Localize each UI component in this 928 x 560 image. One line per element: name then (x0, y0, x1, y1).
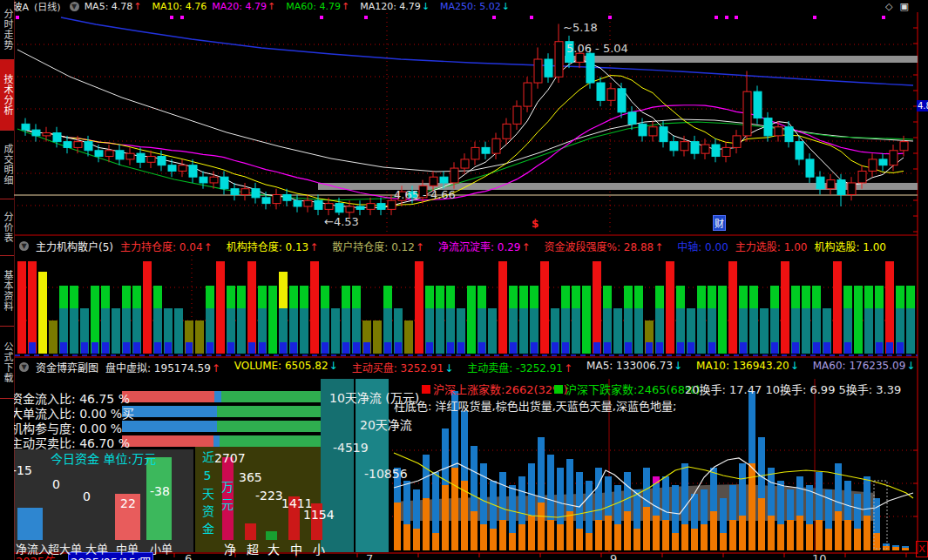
sidebar-item-1[interactable]: 技术分析 (0, 60, 14, 131)
indicator-name: 资金博弈副图 (36, 360, 98, 374)
axis-month-label: 9 (610, 552, 617, 560)
left-sidebar: 分时走势技术分析成交明细分价表基本资料公式下载 (0, 0, 14, 560)
fiveday-category: 小 (313, 540, 325, 557)
today-category: 净流入 (16, 540, 50, 557)
today-value: -15 (12, 463, 32, 477)
advancers-legend: 沪深上涨家数:2662(32%) (422, 381, 568, 397)
five-day-title: 近5天资金 (199, 451, 216, 540)
sidebar-item-2[interactable]: 成交明细 (0, 131, 14, 199)
sidebar-item-4[interactable]: 基本资料 (0, 256, 14, 327)
sidebar-item-3[interactable]: 分价表 (0, 199, 14, 256)
holder-indicator-header: ▼ 主力机构散户(5) 主力持仓度: 0.04↑机构持仓度: 0.13↑散户持仓… (16, 239, 900, 253)
indicator-field: MA60: 176235.09↓ (813, 360, 923, 374)
collapse-chevron-icon[interactable]: ▼ (19, 362, 29, 372)
price-annotation: ←4.53 (324, 215, 359, 228)
fund-battle-header: ▼ 资金博弈副图 盘中虚拟: 195174.59↑VOLUME: 6505.82… (16, 360, 928, 374)
indicator-field: 机构选股: 1.00 (814, 239, 886, 253)
today-category: 中单 (116, 540, 139, 557)
diamond-icon[interactable]: ◇ (885, 1, 892, 12)
indicator-field: MA10: 136943.20↓ (696, 360, 806, 374)
indicator-field: 主力选股: 1.00 (735, 239, 808, 253)
charts-canvas (0, 0, 928, 560)
today-value: 22 (120, 496, 136, 510)
fiveday-category: 大 (268, 540, 280, 557)
today-category: 小单 (150, 540, 173, 557)
decliners-legend: 沪深下跌家数:2465(68%) (554, 381, 701, 397)
axis-month-label: 7 (366, 552, 373, 560)
price-annotation: 5.06 - 5.04 (566, 42, 628, 55)
fiveday-value: 365 (239, 470, 262, 484)
net-flow-20d-value: -10856 (364, 467, 408, 481)
five-day-unit: 万元 (218, 481, 235, 516)
today-category: 大单 (85, 540, 108, 557)
fiveday-value: 2707 (214, 451, 246, 465)
indicator-field: 机构持仓度: 0.13↑ (227, 239, 326, 253)
price-tag: 4.8 (917, 100, 928, 111)
fiveday-category: 中 (290, 540, 302, 557)
fund-stat-bar (122, 435, 321, 447)
sidebar-item-5[interactable]: 公式下载 (0, 327, 14, 399)
collapse-chevron-icon[interactable]: ▼ (19, 241, 29, 251)
green-square-icon (554, 385, 563, 394)
panel-layout-icon[interactable]: ▣ (899, 1, 908, 12)
today-category: 超大单 (48, 540, 82, 557)
indicator-field: MA5: 133006.73↓ (586, 360, 689, 374)
indicator-field: 中轴: 0.00 (677, 239, 728, 253)
indicator-field: 净流沉淀率: 0.29↑ (438, 239, 538, 253)
fiveday-category: 超 (247, 540, 259, 557)
fiveday-value: 1154 (303, 508, 335, 522)
axis-month-label: 10 (812, 552, 827, 560)
fund-stat-label: 主动买卖比: 46.70 % (10, 434, 130, 451)
net-flow-10d-value: -4519 (333, 441, 369, 455)
indicator-name: 主力机构散户(5) (36, 239, 113, 253)
axis-month-label: 6 (185, 552, 192, 560)
indicator-field: 主力持仓度: 0.04↑ (120, 239, 220, 253)
indicator-field: 散户持仓度: 0.12↑ (332, 239, 431, 253)
cai-badge: 财 (713, 215, 726, 231)
fiveday-value: -223 (255, 489, 283, 503)
net-flow-20d-label: 20天净流 (360, 415, 412, 433)
price-annotation: ~5.18 (563, 21, 598, 34)
indicator-field: 盘中虚拟: 195174.59↑ (105, 360, 227, 374)
today-value: 0 (52, 477, 60, 491)
fund-stat-bar (122, 421, 321, 432)
fund-stat-bar (122, 406, 321, 417)
dollar-marker: $ (532, 218, 539, 230)
red-square-icon (422, 385, 430, 394)
fund-stat-bar (122, 391, 321, 402)
fiveday-category: 净 (224, 540, 236, 557)
indicator-field: VOLUME: 6505.82↓ (234, 360, 345, 374)
close-box[interactable]: X (916, 541, 928, 557)
sidebar-item-0[interactable]: 分时走势 (0, 0, 14, 60)
indicator-field: 资金波段强度%: 28.88↑ (545, 239, 671, 253)
bar-color-note: 柱底色: 洋红吸货量,棕色出货量,天蓝色天量,深蓝色地量; (394, 397, 676, 414)
today-funds-title: 今日资金 单位:万元 (51, 449, 156, 467)
today-value: 0 (83, 489, 91, 503)
turnover-stats: 20换手: 17.47 10换手: 6.99 5换手: 3.39 (685, 381, 901, 397)
indicator-field: 主动买盘: 3252.91↓ (352, 360, 461, 374)
indicator-field: 主动卖盘: -3252.91↑ (467, 360, 579, 374)
today-value: -38 (150, 484, 170, 498)
price-annotation: 4.65 - 4.66 (394, 188, 456, 201)
